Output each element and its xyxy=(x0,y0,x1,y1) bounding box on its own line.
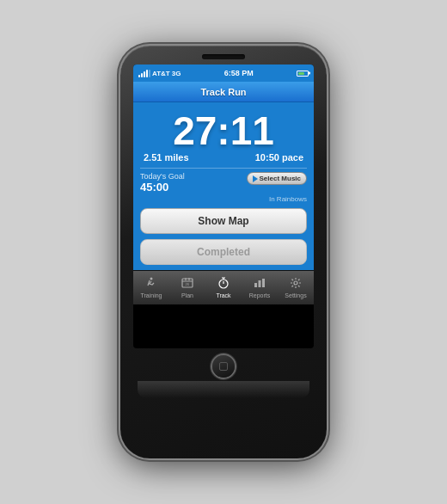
signal-bar-3 xyxy=(144,71,145,77)
tab-reports[interactable]: Reports xyxy=(242,277,278,298)
tab-training[interactable]: Training xyxy=(133,277,169,298)
tab-track[interactable]: Track xyxy=(205,277,242,298)
goal-value: 45:00 xyxy=(140,181,185,194)
nav-title: Track Run xyxy=(200,87,246,97)
tab-settings[interactable]: Settings xyxy=(278,277,314,298)
phone-outer: AT&T 3G 6:58 PM Track Run 27:11 2.51 mil… xyxy=(120,46,327,458)
select-music-label: Select Music xyxy=(260,175,301,182)
battery-icon xyxy=(297,71,309,77)
time-display: 6:58 PM xyxy=(224,69,254,77)
signal-bar-2 xyxy=(141,73,143,77)
stats-row: 2.51 miles 10:50 pace xyxy=(140,152,307,163)
main-content: 27:11 2.51 miles 10:50 pace Today's Goal… xyxy=(133,102,314,270)
running-icon xyxy=(145,277,157,292)
tab-plan[interactable]: 26 Plan xyxy=(169,277,205,298)
tab-bar: Training 26 Plan xyxy=(133,270,314,304)
tab-plan-label: Plan xyxy=(181,292,193,298)
play-arrow-icon xyxy=(253,175,258,182)
goal-row: Today's Goal 45:00 Select Music xyxy=(140,172,307,194)
distance-stat: 2.51 miles xyxy=(144,152,189,163)
select-music-button[interactable]: Select Music xyxy=(247,172,307,185)
nav-bar: Track Run xyxy=(133,82,314,102)
network-label: 3G xyxy=(172,70,181,77)
tab-reports-label: Reports xyxy=(249,292,271,298)
completed-button[interactable]: Completed xyxy=(140,239,307,265)
goal-label: Today's Goal xyxy=(140,172,185,181)
divider xyxy=(140,168,307,169)
tab-track-label: Track xyxy=(216,292,230,298)
signal-bar-1 xyxy=(138,75,140,77)
signal-bar-5 xyxy=(149,70,150,77)
status-bar: AT&T 3G 6:58 PM xyxy=(133,65,314,82)
tab-settings-label: Settings xyxy=(285,292,306,298)
gear-icon xyxy=(290,277,302,292)
reflection xyxy=(138,381,309,398)
show-map-button[interactable]: Show Map xyxy=(140,208,307,234)
svg-text:26: 26 xyxy=(186,282,190,286)
home-button[interactable] xyxy=(211,353,236,379)
screen-wrapper: AT&T 3G 6:58 PM Track Run 27:11 2.51 mil… xyxy=(133,65,314,348)
svg-rect-11 xyxy=(259,280,261,287)
bar-chart-icon xyxy=(254,277,266,292)
signal-bar-4 xyxy=(146,70,148,77)
pace-stat: 10:50 pace xyxy=(255,152,303,163)
home-button-square xyxy=(219,362,228,371)
phone-bottom xyxy=(211,353,236,379)
battery-tip xyxy=(309,72,310,75)
svg-point-0 xyxy=(150,278,153,280)
battery-fill xyxy=(298,72,304,75)
tab-training-label: Training xyxy=(140,292,162,298)
calendar-icon: 26 xyxy=(181,277,193,292)
in-rainbows-label: In Rainbows xyxy=(140,195,307,203)
speaker-slot xyxy=(202,54,245,59)
timer-display: 27:11 xyxy=(140,111,307,151)
carrier-label: AT&T xyxy=(152,70,170,77)
stopwatch-icon xyxy=(217,277,230,292)
svg-point-13 xyxy=(294,281,297,285)
signal-bars xyxy=(138,70,150,77)
svg-rect-10 xyxy=(254,283,257,287)
svg-rect-12 xyxy=(262,279,265,287)
